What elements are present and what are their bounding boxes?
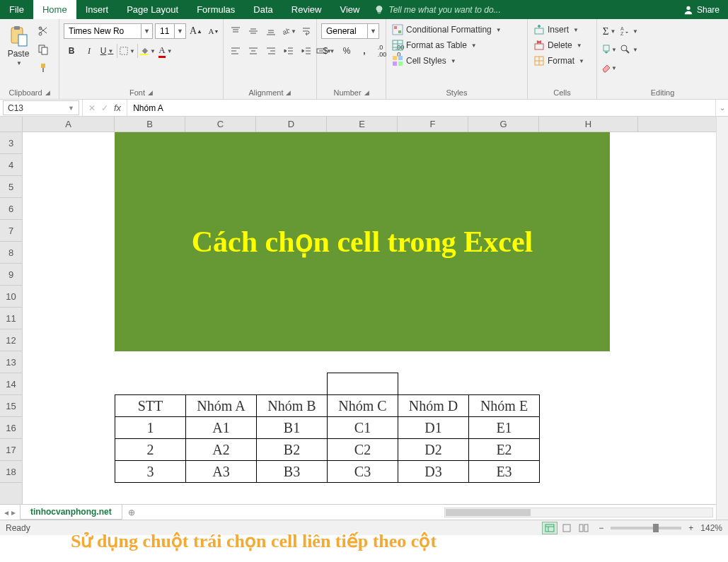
align-right-button[interactable] xyxy=(263,43,279,59)
font-name-input[interactable] xyxy=(64,23,141,39)
row-header-5[interactable]: 5 xyxy=(0,176,22,198)
col-header-D[interactable]: D xyxy=(256,117,327,131)
row-header-7[interactable]: 7 xyxy=(0,220,22,242)
number-format-input[interactable] xyxy=(321,23,368,39)
align-center-button[interactable] xyxy=(245,43,261,59)
normal-view-button[interactable] xyxy=(542,522,557,534)
zoom-level[interactable]: 142% xyxy=(700,523,722,533)
table-cell[interactable]: C1 xyxy=(328,417,398,439)
table-cell[interactable]: A1 xyxy=(186,417,257,439)
number-launcher[interactable]: ◢ xyxy=(364,89,369,96)
font-launcher[interactable]: ◢ xyxy=(148,89,153,96)
fill-button[interactable]: ▼ xyxy=(601,42,617,57)
zoom-in-button[interactable]: + xyxy=(688,523,693,533)
horizontal-scrollbar[interactable] xyxy=(444,508,713,517)
number-format-dropdown[interactable]: ▼ xyxy=(368,23,379,39)
sheet-tab[interactable]: tinhocvanphong.net xyxy=(20,505,122,520)
table-cell[interactable]: 2 xyxy=(115,439,186,461)
table-cell[interactable]: A3 xyxy=(186,461,257,483)
delete-cells-button[interactable]: Delete▼ xyxy=(532,39,584,52)
name-box[interactable]: C13▼ xyxy=(3,100,79,115)
table-cell[interactable]: D3 xyxy=(398,461,469,483)
font-name-dropdown[interactable]: ▼ xyxy=(141,23,153,39)
bold-button[interactable]: B xyxy=(64,43,79,59)
shrink-font-button[interactable]: A▼ xyxy=(206,23,221,39)
table-cell[interactable]: C2 xyxy=(328,439,398,461)
row-header-6[interactable]: 6 xyxy=(0,198,22,220)
page-break-view-button[interactable] xyxy=(576,522,591,534)
font-size-dropdown[interactable]: ▼ xyxy=(175,23,186,39)
alignment-launcher[interactable]: ◢ xyxy=(286,89,291,96)
comma-button[interactable]: , xyxy=(357,43,372,59)
conditional-formatting-button[interactable]: Conditional Formatting▼ xyxy=(391,23,503,36)
table-cell[interactable]: A2 xyxy=(186,439,257,461)
row-header-13[interactable]: 13 xyxy=(0,351,22,373)
accounting-button[interactable]: $▼ xyxy=(321,43,337,59)
table-cell[interactable]: B1 xyxy=(257,417,328,439)
table-header[interactable]: Nhóm A xyxy=(186,395,257,417)
file-tab[interactable]: File xyxy=(0,0,33,19)
row-header-12[interactable]: 12 xyxy=(0,329,22,351)
increase-indent-button[interactable] xyxy=(299,43,314,59)
col-header-H[interactable]: H xyxy=(539,117,638,131)
table-header[interactable]: Nhóm D xyxy=(398,395,469,417)
share-button[interactable]: Share xyxy=(675,0,728,19)
autosum-button[interactable]: Σ▼ xyxy=(601,23,617,39)
format-cells-button[interactable]: Format▼ xyxy=(532,54,586,67)
table-cell[interactable]: 1 xyxy=(115,417,186,439)
table-header[interactable]: Nhóm C xyxy=(328,395,398,417)
row-header-8[interactable]: 8 xyxy=(0,242,22,264)
table-header[interactable]: Nhóm B xyxy=(257,395,328,417)
font-color-button[interactable]: A▼ xyxy=(158,43,173,59)
col-header-C[interactable]: C xyxy=(185,117,256,131)
col-header-F[interactable]: F xyxy=(398,117,468,131)
row-header-15[interactable]: 15 xyxy=(0,395,22,417)
table-header[interactable]: Nhóm E xyxy=(469,395,540,417)
cells-area[interactable]: Cách chọn cell trong Excel STTNhóm ANhóm… xyxy=(23,132,716,504)
align-left-button[interactable] xyxy=(228,43,243,59)
align-middle-button[interactable] xyxy=(245,23,261,39)
clear-button[interactable]: ▼ xyxy=(601,60,617,76)
tab-formulas[interactable]: Formulas xyxy=(187,0,244,19)
table-cell[interactable]: 3 xyxy=(115,461,186,483)
align-top-button[interactable] xyxy=(228,23,243,39)
col-header-B[interactable]: B xyxy=(115,117,185,131)
expand-formula-bar[interactable]: ⌄ xyxy=(715,100,728,116)
row-header-17[interactable]: 17 xyxy=(0,439,22,461)
page-layout-view-button[interactable] xyxy=(559,522,574,534)
table-cell[interactable]: B3 xyxy=(257,461,328,483)
underline-button[interactable]: U▼ xyxy=(99,43,115,59)
enter-formula-icon[interactable]: ✓ xyxy=(101,103,108,113)
table-cell[interactable]: E1 xyxy=(469,417,540,439)
table-cell[interactable]: D2 xyxy=(398,439,469,461)
italic-button[interactable]: I xyxy=(81,43,97,59)
row-header-3[interactable]: 3 xyxy=(0,132,22,154)
tab-view[interactable]: View xyxy=(330,0,369,19)
row-header-4[interactable]: 4 xyxy=(0,154,22,176)
table-cell[interactable]: B2 xyxy=(257,439,328,461)
tab-insert[interactable]: Insert xyxy=(76,0,118,19)
find-select-button[interactable]: ▼ xyxy=(620,42,638,57)
format-as-table-button[interactable]: Format as Table▼ xyxy=(391,39,478,52)
grow-font-button[interactable]: A▲ xyxy=(188,23,204,39)
table-header[interactable]: STT xyxy=(115,395,186,417)
sheet-nav-first[interactable]: ◂ xyxy=(4,508,8,517)
cut-button[interactable] xyxy=(35,23,51,39)
col-header-A[interactable]: A xyxy=(23,117,115,131)
align-bottom-button[interactable] xyxy=(263,23,279,39)
sort-filter-button[interactable]: AZ▼ xyxy=(620,23,638,39)
insert-cells-button[interactable]: Insert▼ xyxy=(532,23,580,36)
copy-button[interactable] xyxy=(35,42,51,57)
tab-home[interactable]: Home xyxy=(33,0,76,19)
zoom-slider[interactable] xyxy=(611,527,681,529)
table-cell[interactable]: C3 xyxy=(328,461,398,483)
cell-styles-button[interactable]: Cell Styles▼ xyxy=(391,54,458,67)
tell-me-search[interactable]: Tell me what you want to do... xyxy=(369,0,675,19)
decrease-indent-button[interactable] xyxy=(281,43,296,59)
format-painter-button[interactable] xyxy=(35,60,51,76)
tab-data[interactable]: Data xyxy=(244,0,282,19)
zoom-out-button[interactable]: − xyxy=(599,523,603,533)
col-header-E[interactable]: E xyxy=(327,117,398,131)
formula-input[interactable] xyxy=(127,100,715,116)
cancel-formula-icon[interactable]: ✕ xyxy=(88,103,96,113)
